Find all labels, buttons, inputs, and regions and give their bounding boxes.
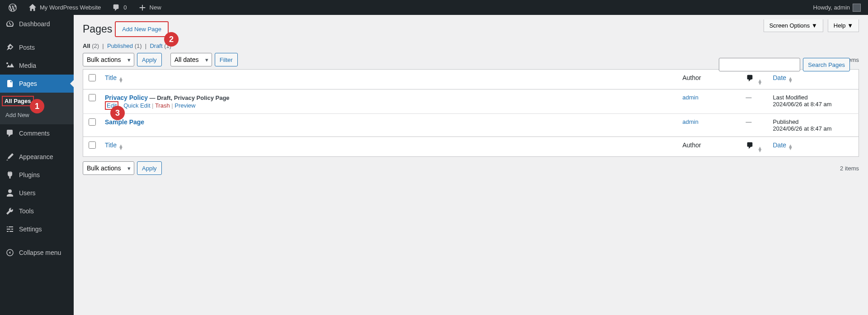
- bulk-actions-select[interactable]: Bulk actions: [83, 53, 134, 66]
- plus-icon: [138, 3, 147, 12]
- sidebar-submenu-pages: All Pages 1 Add New: [0, 93, 74, 124]
- add-new-page-button[interactable]: Add New Page: [115, 21, 169, 37]
- sort-icon: ▲▼: [757, 79, 762, 85]
- comments-menu-icon: [5, 129, 14, 138]
- date-value: 2024/06/26 at 8:47 am: [773, 101, 854, 108]
- published-filter-link[interactable]: Published (1): [107, 42, 142, 49]
- media-icon: [5, 61, 14, 70]
- author-column-footer: Author: [678, 137, 741, 157]
- sidebar-item-appearance[interactable]: Appearance: [0, 148, 74, 166]
- quick-edit-link[interactable]: Quick Edit: [123, 102, 150, 109]
- sidebar-item-posts[interactable]: Posts: [0, 38, 74, 56]
- comments-count-text: 0: [123, 4, 127, 11]
- annotation-badge-3: 3: [110, 106, 125, 120]
- admin-sidebar: Dashboard Posts Media Pages All Pages 1 …: [0, 15, 74, 187]
- all-filter-link[interactable]: All (2): [83, 42, 99, 49]
- sidebar-appearance-text: Appearance: [19, 153, 53, 160]
- main-content: Screen Options ▼ Help ▼ Pages Add New Pa…: [74, 15, 868, 187]
- wordpress-icon: [8, 3, 17, 12]
- sort-icon: ▲▼: [757, 146, 762, 152]
- sidebar-posts-text: Posts: [19, 44, 35, 51]
- sidebar-item-users[interactable]: Users: [0, 184, 74, 187]
- submenu-all-pages[interactable]: All Pages: [2, 96, 34, 106]
- title-row: Pages Add New Page 2: [83, 21, 859, 37]
- date-column-footer[interactable]: Date▲▼: [769, 137, 859, 157]
- comments-header-icon: [746, 74, 754, 84]
- row-checkbox[interactable]: [89, 118, 96, 126]
- sidebar-item-comments[interactable]: Comments: [0, 124, 74, 142]
- date-value: 2024/06/26 at 8:47 am: [773, 125, 854, 132]
- comments-column-footer[interactable]: ▲▼: [741, 137, 769, 157]
- sidebar-pages-text: Pages: [19, 80, 37, 87]
- trash-link[interactable]: Trash: [155, 102, 170, 109]
- bulk-apply-button-bottom[interactable]: Apply: [137, 161, 162, 175]
- annotation-badge-2: 2: [164, 32, 179, 47]
- date-filter-select[interactable]: All dates: [170, 53, 212, 66]
- pin-icon: [5, 43, 14, 52]
- new-text: New: [150, 4, 161, 11]
- greeting-text: Howdy, admin: [813, 4, 850, 11]
- comments-count: —: [746, 118, 752, 125]
- bulk-apply-button[interactable]: Apply: [137, 53, 162, 66]
- table-row: Privacy Policy — Draft, Privacy Policy P…: [83, 89, 859, 114]
- select-all-checkbox-footer[interactable]: [89, 141, 96, 149]
- row-actions: Edit Quick Edit | Trash | Preview: [105, 102, 674, 109]
- status-filter-links: All (2) | Published (1) | Draft (1): [83, 42, 859, 49]
- items-count-bottom: 2 items: [840, 165, 859, 172]
- comments-column-header[interactable]: ▲▼: [741, 70, 769, 89]
- new-content-link[interactable]: New: [134, 0, 165, 15]
- admin-bar-right[interactable]: Howdy, admin: [813, 4, 863, 12]
- wp-logo[interactable]: [5, 0, 21, 15]
- comments-count: —: [746, 94, 752, 101]
- date-column-header[interactable]: Date▲▼: [769, 70, 859, 89]
- title-column-header[interactable]: Title▲▼: [100, 70, 678, 89]
- author-column-header: Author: [678, 70, 741, 89]
- tablenav-bottom: Bulk actions Apply 2 items: [83, 161, 859, 175]
- annotation-badge-1: 1: [30, 99, 44, 113]
- brush-icon: [5, 152, 14, 161]
- admin-bar-left: My WordPress Website 0 New: [5, 0, 165, 15]
- menu-separator: [0, 33, 74, 38]
- date-status: Published: [773, 118, 854, 125]
- search-box: Search Pages: [719, 58, 850, 71]
- pages-table: Title▲▼ Author ▲▼ Date▲▼ Privacy Policy …: [83, 69, 859, 157]
- page-title-link[interactable]: Sample Page: [105, 118, 144, 126]
- author-link[interactable]: admin: [683, 94, 698, 101]
- pages-icon: [5, 79, 14, 88]
- filter-button[interactable]: Filter: [215, 53, 238, 66]
- dashboard-icon: [5, 19, 14, 28]
- sidebar-comments-text: Comments: [19, 130, 50, 137]
- sidebar-plugins-text: Plugins: [19, 171, 40, 179]
- page-state-text: — Draft, Privacy Policy Page: [148, 94, 230, 101]
- bulk-actions-bottom: Bulk actions Apply: [83, 161, 162, 175]
- menu-separator: [0, 142, 74, 148]
- user-avatar: [853, 4, 861, 12]
- comments-icon: [112, 3, 121, 12]
- sidebar-item-media[interactable]: Media: [0, 56, 74, 75]
- bulk-actions-select-bottom[interactable]: Bulk actions: [83, 161, 134, 175]
- search-input[interactable]: [719, 58, 800, 71]
- admin-top-bar: My WordPress Website 0 New Howdy, admin: [0, 0, 868, 15]
- comments-link[interactable]: 0: [108, 0, 130, 15]
- page-title-link[interactable]: Privacy Policy: [105, 94, 148, 101]
- site-name-link[interactable]: My WordPress Website: [24, 0, 104, 15]
- bulk-actions-row: Bulk actions Apply All dates Filter: [83, 53, 238, 66]
- author-link[interactable]: admin: [683, 118, 698, 125]
- title-column-footer[interactable]: Title▲▼: [100, 137, 678, 157]
- home-icon: [28, 3, 37, 12]
- page-title: Pages: [83, 23, 112, 35]
- select-all-header: [83, 70, 101, 89]
- sidebar-item-plugins[interactable]: Plugins: [0, 166, 74, 184]
- sort-icon: ▲▼: [118, 144, 123, 150]
- row-checkbox[interactable]: [89, 94, 96, 101]
- sidebar-item-pages[interactable]: Pages: [0, 75, 74, 93]
- table-row: Sample Page admin — Published 2024/06/26…: [83, 114, 859, 137]
- sidebar-item-dashboard[interactable]: Dashboard: [0, 15, 74, 33]
- search-pages-button[interactable]: Search Pages: [803, 58, 850, 71]
- select-all-checkbox[interactable]: [89, 74, 96, 81]
- plug-icon: [5, 170, 14, 179]
- preview-link[interactable]: Preview: [175, 102, 195, 109]
- date-status: Last Modified: [773, 94, 854, 101]
- sidebar-dashboard-text: Dashboard: [19, 20, 50, 28]
- sort-icon: ▲▼: [788, 144, 793, 150]
